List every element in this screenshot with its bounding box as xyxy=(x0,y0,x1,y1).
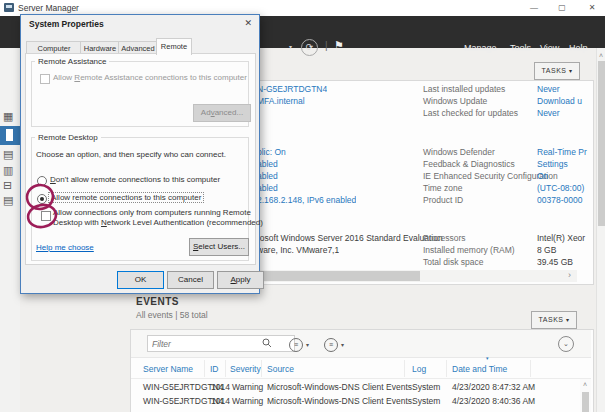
notifications-flag-icon[interactable]: ⚑ xyxy=(334,39,344,52)
column-divider xyxy=(261,360,262,377)
firewall-value[interactable]: blic: On xyxy=(257,147,286,157)
prop-label: Product ID xyxy=(423,195,463,205)
local-server-icon xyxy=(6,129,13,141)
column-divider xyxy=(446,360,447,377)
services-icon[interactable]: ▤ xyxy=(3,194,17,206)
dialog-close-button[interactable]: ✕ xyxy=(244,18,252,28)
prop-value[interactable]: 00378-0000 xyxy=(537,195,591,205)
dont-allow-radio[interactable] xyxy=(37,176,47,186)
vscrollbar-thumb[interactable] xyxy=(598,61,605,226)
scroll-up-icon[interactable]: ˄ xyxy=(583,380,587,389)
filter-caret-icon[interactable]: ▾ xyxy=(306,341,309,348)
prop-label: Last installed updates xyxy=(423,84,505,94)
computer-name-value[interactable]: N-G5EJRTDGTN4 xyxy=(257,84,327,94)
refresh-button[interactable]: ⟳ xyxy=(301,39,318,56)
column-divider xyxy=(530,360,531,377)
prop-value: 8 GB xyxy=(537,245,591,255)
file-storage-services-icon[interactable]: ▥ xyxy=(3,164,17,176)
search-icon xyxy=(262,338,272,348)
remote-management-value[interactable]: abled xyxy=(257,159,278,169)
sidebar-nav: ▦ ▤ ▥ ⊟ ▤ xyxy=(0,48,20,412)
group-by-icon: ≡ xyxy=(329,341,333,348)
collapse-panel-button[interactable]: ⌄ xyxy=(558,336,574,352)
scroll-up-icon[interactable]: ˄ xyxy=(599,51,603,60)
prop-value[interactable]: On xyxy=(537,171,591,181)
prop-value[interactable]: Never xyxy=(537,108,591,118)
menu-view[interactable]: View xyxy=(540,43,559,53)
cell-id: 1014 xyxy=(211,382,230,392)
cell-log: System xyxy=(412,396,440,406)
prop-label: Feedback & Diagnostics xyxy=(423,159,515,169)
system-properties-dialog: System Properties ✕ Computer Name Hardwa… xyxy=(20,14,260,294)
remote-assistance-legend: Remote Assistance xyxy=(35,57,109,66)
nic-teaming-value[interactable]: abled xyxy=(257,183,278,193)
tab-remote[interactable]: Remote xyxy=(156,38,192,55)
close-button[interactable]: ✕ xyxy=(580,0,604,16)
notifications-caret-icon[interactable]: ▾ xyxy=(289,43,292,50)
apply-button[interactable]: Apply xyxy=(217,271,264,289)
scroll-right-icon[interactable]: › xyxy=(568,271,571,280)
prop-value[interactable]: Real-Time Pr xyxy=(537,147,591,157)
all-servers-icon[interactable]: ▤ xyxy=(3,148,17,160)
allow-remote-label[interactable]: Allow remote connections to this compute… xyxy=(48,192,204,203)
prop-value[interactable]: Settings xyxy=(537,159,591,169)
cancel-button[interactable]: Cancel xyxy=(167,271,214,289)
events-vscrollbar[interactable]: ˄ xyxy=(580,379,591,412)
help-me-choose-link[interactable]: Help me choose xyxy=(36,243,94,252)
col-source[interactable]: Source xyxy=(267,364,294,374)
header-divider xyxy=(131,378,591,379)
group-by-button[interactable]: ≡ xyxy=(324,338,338,352)
nla-checkbox[interactable] xyxy=(41,211,51,221)
menu-help[interactable]: Help xyxy=(569,43,588,53)
properties-tasks-label: TASKS xyxy=(542,67,567,74)
local-storage-icon[interactable]: ⊟ xyxy=(3,179,17,191)
ethernet-value[interactable]: 2.168.2.148, IPv6 enabled xyxy=(257,195,356,205)
dont-allow-label: Don't allow remote connections to this c… xyxy=(50,175,220,184)
col-server-name[interactable]: Server Name xyxy=(143,364,193,374)
window-title: Server Manager xyxy=(18,3,79,13)
domain-value[interactable]: MFA.internal xyxy=(257,96,305,106)
close-icon: ✕ xyxy=(589,3,596,12)
prop-label: Windows Update xyxy=(423,96,487,106)
events-heading: EVENTS xyxy=(136,296,179,307)
sort-indicator-icon: ▾ xyxy=(486,355,489,361)
select-users-button[interactable]: Select Users... xyxy=(189,238,249,256)
prop-value[interactable]: Download u xyxy=(537,96,591,106)
sidebar-item-local-server[interactable] xyxy=(0,126,20,145)
remote-desktop-value[interactable]: abled xyxy=(257,171,278,181)
group-caret-icon[interactable]: ▾ xyxy=(341,341,344,348)
main-vscrollbar[interactable]: ˄ xyxy=(596,48,605,412)
refresh-icon: ⟳ xyxy=(306,42,314,52)
menu-manage[interactable]: Manage xyxy=(464,43,497,53)
dialog-title: System Properties xyxy=(29,19,104,29)
column-divider xyxy=(204,360,205,377)
filter-criteria-button[interactable]: ≡ xyxy=(289,338,303,352)
prop-label: Installed memory (RAM) xyxy=(423,245,515,255)
col-severity[interactable]: Severity xyxy=(230,364,261,374)
server-manager-icon xyxy=(4,3,14,12)
cell-log: System xyxy=(412,382,440,392)
events-tasks-button[interactable]: TASKS ▾ xyxy=(531,311,577,329)
maximize-icon: ▢ xyxy=(558,3,566,12)
remote-assistance-label: Allow Remote Assistance connections to t… xyxy=(53,73,247,82)
hardware-info-value: ware, Inc. VMware7,1 xyxy=(257,245,339,255)
chevron-down-icon: ⌄ xyxy=(563,340,569,347)
properties-tasks-button[interactable]: TASKS ▾ xyxy=(534,62,580,80)
events-subtitle: All events | 58 total xyxy=(136,310,208,320)
col-log[interactable]: Log xyxy=(412,364,426,374)
filter-input[interactable] xyxy=(147,335,295,352)
prop-value[interactable]: (UTC-08:00) xyxy=(537,183,591,193)
ok-button[interactable]: OK xyxy=(117,271,164,289)
prop-value[interactable]: Never xyxy=(537,84,591,94)
minimize-icon: — xyxy=(530,3,538,12)
minimize-button[interactable]: — xyxy=(522,0,546,16)
col-date-time[interactable]: Date and Time xyxy=(452,364,507,374)
menu-tools[interactable]: Tools xyxy=(510,43,531,53)
maximize-button[interactable]: ▢ xyxy=(550,0,574,16)
vscrollbar-thumb[interactable] xyxy=(582,392,589,412)
nla-label-line1: Allow connections only from computers ru… xyxy=(53,208,251,218)
col-id[interactable]: ID xyxy=(210,364,219,374)
allow-remote-radio[interactable] xyxy=(37,194,47,204)
tasks-caret-icon: ▾ xyxy=(569,68,573,74)
dashboard-icon[interactable]: ▦ xyxy=(3,110,17,122)
